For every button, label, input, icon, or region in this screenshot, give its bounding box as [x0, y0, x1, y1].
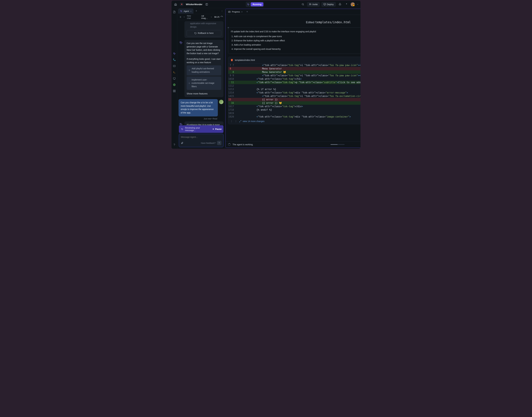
lightbulb-icon — [189, 82, 190, 84]
run-status-pill[interactable]: Running — [246, 2, 264, 7]
rail-git-icon[interactable] — [171, 57, 177, 63]
svg-point-39 — [182, 11, 182, 11]
meter-icon[interactable] — [220, 16, 223, 18]
ai-avatar — [179, 121, 183, 125]
rollback-button[interactable]: Rollback to here — [187, 30, 221, 36]
notifications-icon[interactable] — [337, 2, 342, 7]
rail-agent-icon[interactable] — [171, 51, 177, 56]
pause-icon — [212, 128, 214, 130]
chevron-down-icon[interactable] — [356, 2, 359, 7]
svg-rect-31 — [173, 90, 174, 91]
svg-point-6 — [249, 4, 249, 5]
list-icon[interactable] — [179, 16, 181, 18]
feedback-link[interactable]: Have feedback? — [201, 142, 215, 144]
svg-point-50 — [180, 42, 181, 43]
svg-point-63 — [182, 129, 182, 129]
diff-menu-icon[interactable]: ⋮ — [231, 120, 233, 123]
step-item: Improve the overall spacing and visual h… — [234, 47, 361, 51]
replit-logo-icon — [246, 2, 250, 6]
diff-row: 1718 {% endif %} — [228, 108, 361, 112]
rail-globe-icon[interactable] — [171, 82, 177, 87]
rail-add-file-icon[interactable] — [171, 9, 177, 15]
diff-row: 1920 <"tok-attr">class="tok-tag">div "to… — [228, 115, 361, 118]
progress-summary-card: I'll update both the index.html and CSS … — [228, 28, 361, 54]
ghost-prev-msg: application with responsive design. Roll… — [184, 21, 223, 38]
sparkle-icon[interactable] — [344, 2, 349, 7]
diff-row: 1617 <"tok-attr">class="tok-tag">/div> — [228, 105, 361, 108]
svg-point-23 — [175, 60, 175, 61]
diff-menu-icon-2[interactable]: ⋮ — [235, 120, 237, 123]
step-item: Add cute cat emojis to complement the pa… — [234, 35, 361, 38]
topbar: WhiskerWonder Running Invite — [171, 1, 361, 8]
invite-button[interactable]: Invite — [307, 2, 320, 7]
rail-shell-icon[interactable] — [171, 70, 177, 75]
search-icon[interactable] — [301, 2, 305, 7]
agent-status-strip: Reviewing your message... Pause — [179, 125, 223, 133]
html-file-icon: 5 — [231, 59, 233, 62]
view-more-changes[interactable]: view 14 more changes — [239, 120, 264, 123]
deploy-button[interactable]: Deploy — [321, 2, 336, 7]
svg-point-8 — [302, 3, 304, 5]
svg-line-47 — [222, 17, 222, 17]
svg-point-53 — [181, 43, 181, 44]
layout-icon[interactable] — [204, 2, 209, 7]
pause-button[interactable]: Pause — [212, 128, 221, 130]
diff-row: 11 <"tok-attr">class="tok-tag">p "tok-at… — [228, 81, 361, 84]
expand-icon — [239, 120, 241, 122]
thread-selector[interactable]: cat imag… — [201, 15, 212, 19]
arrow-up-icon — [218, 142, 220, 144]
diff-row: 1213 {% if error %} — [228, 88, 361, 91]
chat-scroll[interactable]: application with responsive design. Roll… — [177, 20, 225, 125]
user-avatar[interactable] — [351, 2, 355, 7]
svg-point-7 — [248, 5, 249, 5]
help-icon[interactable]: ? — [171, 142, 177, 147]
svg-point-35 — [181, 10, 181, 11]
new-chat-label[interactable]: New chat — [187, 15, 194, 19]
tab-more-icon[interactable]: ⋮ — [220, 10, 224, 12]
svg-point-49 — [181, 42, 181, 42]
diff-row: 16 {{ error }} 😿 — [228, 101, 361, 105]
svg-point-55 — [181, 123, 181, 124]
svg-point-62 — [181, 129, 182, 129]
message-input[interactable] — [181, 136, 221, 138]
user-avatar-small — [219, 100, 223, 104]
ai-status-icon — [181, 128, 183, 130]
rail-run-icon[interactable] — [171, 63, 177, 69]
suggestion-1[interactable]: Add playful cat-themed loading animation… — [187, 65, 221, 75]
suggestion-2[interactable]: Implement user-customizable cat image fi… — [187, 77, 221, 90]
deploy-label: Deploy — [327, 3, 334, 6]
diff-row: 8 Meow Generator — [228, 67, 361, 70]
send-button[interactable] — [217, 141, 221, 145]
svg-rect-32 — [175, 90, 175, 91]
progress-panel: Progress × + ⋮ Edited templates/index.ht… — [225, 9, 361, 148]
new-chat-plus[interactable]: + — [183, 16, 185, 18]
project-icon — [180, 3, 183, 6]
svg-rect-34 — [175, 91, 175, 92]
svg-point-65 — [182, 130, 182, 130]
tab-progress-label: Progress — [232, 10, 240, 13]
tab-progress[interactable]: Progress × — [227, 9, 244, 14]
svg-point-64 — [183, 129, 183, 129]
rail-apps-icon[interactable] — [171, 88, 177, 94]
tab-agent[interactable]: Agent × — [178, 9, 193, 14]
add-tab-button[interactable]: + — [195, 9, 198, 13]
ai-message-2: I'll enhance the UI to make it more play… — [184, 121, 223, 125]
svg-point-38 — [181, 11, 181, 11]
message-input-box[interactable]: Have feedback? — [179, 134, 223, 147]
home-icon[interactable] — [173, 2, 178, 7]
close-icon[interactable]: × — [241, 10, 243, 13]
attach-icon[interactable] — [181, 142, 183, 144]
svg-point-3 — [248, 3, 249, 4]
show-more-features[interactable]: Show more features — [187, 92, 221, 95]
svg-rect-0 — [206, 3, 208, 5]
diff-row: 15 {{ error }} — [228, 98, 361, 101]
close-icon[interactable]: × — [190, 10, 192, 12]
add-tab-button[interactable]: + — [245, 10, 249, 13]
diff-row: 99 <"tok-attr">class="tok-tag">i "tok-at… — [228, 74, 361, 77]
diff-row: 77 <"tok-attr">class="tok-tag">i "tok-at… — [228, 63, 361, 67]
progress-icon — [228, 10, 231, 13]
progress-bar — [331, 144, 345, 145]
svg-point-60 — [181, 128, 182, 129]
running-badge: Running — [251, 2, 263, 6]
rail-preview-icon[interactable] — [171, 76, 177, 81]
